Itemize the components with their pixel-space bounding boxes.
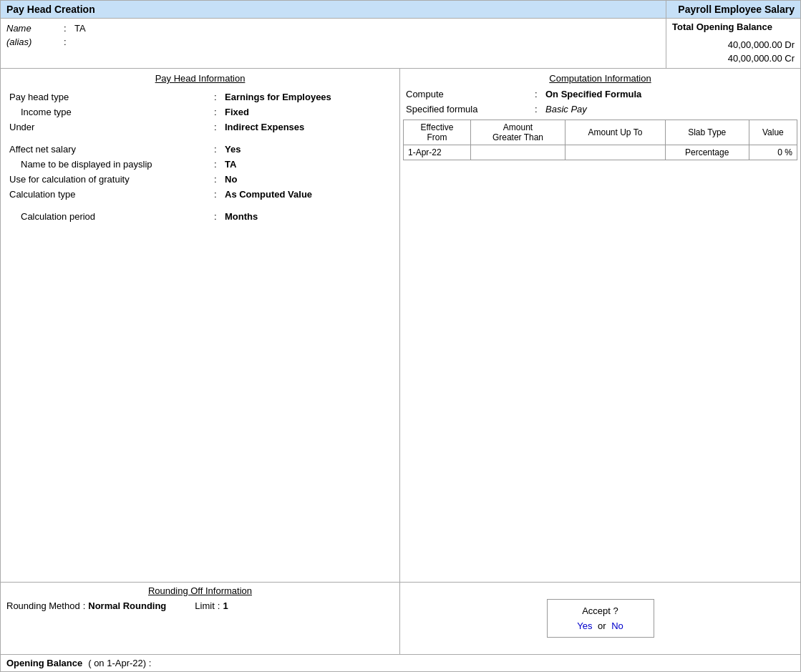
- pay-head-info-table: Pay head type : Earnings for Employees I…: [1, 87, 399, 227]
- name-value: TA: [74, 23, 86, 34]
- gratuity-row: Use for calculation of gratuity : No: [6, 172, 394, 187]
- slab-type: Percentage: [665, 145, 749, 160]
- slab-header-effective-from: EffectiveFrom: [404, 120, 471, 145]
- payslip-name-row: Name to be displayed in payslip : TA: [6, 157, 394, 172]
- affect-net-salary-value: Yes: [225, 144, 241, 155]
- accept-yes-button[interactable]: Yes: [577, 620, 592, 631]
- calc-period-value: Months: [225, 211, 258, 222]
- income-type-row: Income type : Fixed: [6, 104, 394, 120]
- compute-label: Compute: [406, 89, 535, 99]
- spacer-row2: [6, 202, 394, 209]
- calc-period-label: Calculation period: [6, 211, 214, 222]
- accept-box: Accept ? Yes or No: [547, 599, 654, 638]
- gratuity-value: No: [225, 174, 237, 185]
- cr-amount: 40,00,000.00 Cr: [672, 52, 795, 65]
- slab-amount-up-to: [565, 145, 666, 160]
- computation-info-title: Computation Information: [400, 69, 800, 87]
- slab-header-amount-up-to: Amount Up To: [565, 120, 666, 145]
- pay-head-type-label: Pay head type: [6, 92, 214, 102]
- page-title-right: Payroll Employee Salary: [666, 1, 800, 18]
- formula-row: Specified formula : Basic Pay: [400, 102, 800, 117]
- affect-net-salary-row: Affect net salary : Yes: [6, 142, 394, 157]
- affect-net-salary-label: Affect net salary: [6, 144, 214, 155]
- rounding-method-row: Rounding Method : Normal Rounding Limit …: [6, 600, 394, 611]
- rounding-method-label: Rounding Method: [6, 600, 80, 611]
- dr-amount: 40,00,000.00 Dr: [672, 38, 795, 52]
- page-title-left: Pay Head Creation: [1, 1, 666, 18]
- slab-effective-from: 1-Apr-22: [404, 145, 471, 160]
- calc-type-value: As Computed Value: [225, 189, 312, 200]
- limit-label: Limit: [195, 600, 214, 611]
- under-value: Indirect Expenses: [225, 122, 304, 132]
- pay-head-type-value: Earnings for Employees: [225, 92, 331, 102]
- slab-amount-greater: [470, 145, 565, 160]
- opening-balance-label: Opening Balance: [6, 658, 82, 668]
- under-label: Under: [6, 122, 214, 132]
- formula-value: Basic Pay: [545, 104, 587, 115]
- gratuity-label: Use for calculation of gratuity: [6, 174, 214, 185]
- rounding-method-colon: :: [83, 600, 86, 611]
- slab-table-wrapper: EffectiveFrom AmountGreater Than Amount …: [400, 117, 800, 163]
- formula-label: Specified formula: [406, 104, 535, 115]
- payslip-name-value: TA: [225, 159, 236, 170]
- income-type-label: Income type: [6, 107, 214, 117]
- total-opening-balance-label: Total Opening Balance: [672, 21, 795, 32]
- footer-row: Opening Balance ( on 1-Apr-22) :: [1, 654, 800, 671]
- alias-label: (alias): [6, 36, 64, 47]
- slab-table: EffectiveFrom AmountGreater Than Amount …: [403, 120, 797, 160]
- opening-balance-section: Opening Balance ( on 1-Apr-22) :: [6, 658, 795, 668]
- slab-row-1: 1-Apr-22 Percentage 0 %: [404, 145, 797, 160]
- accept-label: Accept ?: [559, 605, 642, 616]
- slab-value: 0 %: [749, 145, 797, 160]
- calc-period-row: Calculation period : Months: [6, 209, 394, 224]
- calc-type-label: Calculation type: [6, 189, 214, 200]
- slab-header-slab-type: Slab Type: [665, 120, 749, 145]
- rounding-off-title: Rounding Off Information: [6, 585, 394, 596]
- alias-colon: :: [64, 36, 74, 47]
- accept-buttons: Yes or No: [559, 620, 642, 631]
- pay-head-type-row: Pay head type : Earnings for Employees: [6, 89, 394, 104]
- name-colon: :: [64, 23, 74, 34]
- pay-head-info-title: Pay Head Information: [1, 69, 399, 87]
- opening-balance-date: ( on 1-Apr-22) :: [88, 658, 151, 668]
- limit-colon: :: [218, 600, 220, 611]
- spacer-row1: [6, 135, 394, 142]
- payslip-name-label: Name to be displayed in payslip: [6, 159, 214, 170]
- accept-area: Accept ? Yes or No: [400, 583, 800, 654]
- accept-no-button[interactable]: No: [611, 620, 623, 631]
- accept-or-text: or: [598, 620, 606, 631]
- slab-header-value: Value: [749, 120, 797, 145]
- under-row: Under : Indirect Expenses: [6, 120, 394, 135]
- rounding-method-value: Normal Rounding: [88, 600, 166, 611]
- calc-type-row: Calculation type : As Computed Value: [6, 187, 394, 202]
- compute-row: Compute : On Specified Formula: [400, 87, 800, 102]
- income-type-value: Fixed: [225, 107, 249, 117]
- limit-value: 1: [223, 600, 228, 611]
- compute-value: On Specified Formula: [545, 89, 641, 99]
- slab-header-amount-greater: AmountGreater Than: [470, 120, 565, 145]
- name-label: Name: [6, 23, 64, 34]
